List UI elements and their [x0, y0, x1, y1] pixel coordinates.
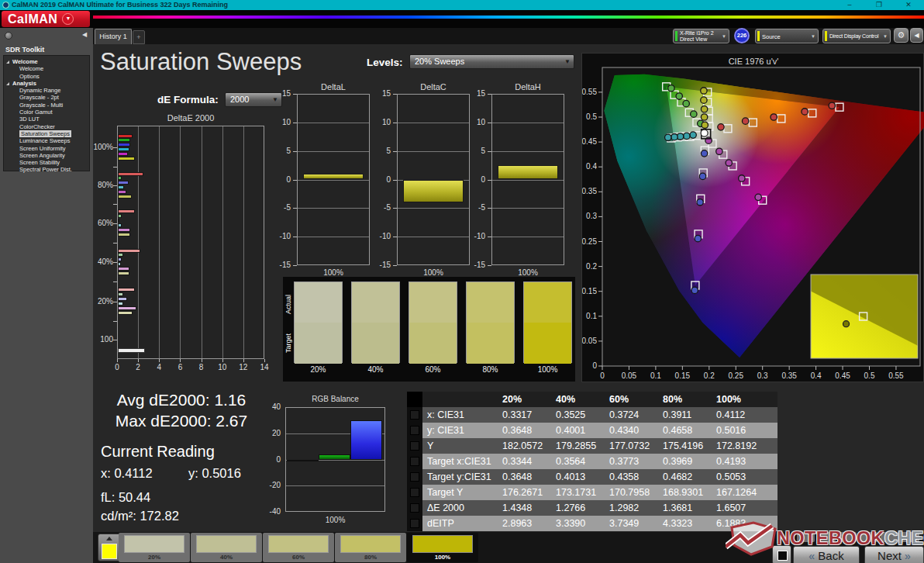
workflow-options-button[interactable] — [5, 32, 12, 40]
swatch-window-toggle-button[interactable] — [98, 534, 121, 561]
y-tick-label: -10 — [462, 232, 485, 240]
collapse-sidebar-icon[interactable]: ◀ — [82, 31, 87, 38]
svg-text:0.4: 0.4 — [586, 162, 597, 171]
minimize-button[interactable]: – — [843, 0, 856, 10]
saturation-swatch-button[interactable]: 100% — [407, 533, 478, 562]
y-tick-label: 0 — [257, 455, 281, 464]
y-tick — [113, 185, 117, 186]
source-dropdown[interactable]: Source ▼ — [755, 29, 819, 43]
tree-item[interactable]: ColorChecker — [4, 123, 89, 130]
avg-de2000: Avg dE2000: 1.16 — [107, 391, 256, 409]
cell: 170.7958 — [609, 487, 650, 498]
y-tick — [393, 237, 397, 237]
stop-button[interactable] — [772, 545, 791, 563]
page-stub[interactable] — [902, 532, 919, 542]
bar — [118, 253, 123, 257]
bar — [118, 306, 136, 310]
levels-dropdown[interactable]: 20% Sweeps ▼ — [409, 54, 574, 69]
cell: 177.0732 — [609, 440, 650, 451]
swatch-fill — [268, 535, 329, 553]
saturation-swatch-button[interactable]: 40% — [191, 533, 262, 562]
sidebar: SDR Toolkit WelcomeWelcomeOptionsAnalysi… — [0, 44, 93, 563]
tree-group-header[interactable]: Analysis — [4, 80, 89, 87]
svg-text:0.45: 0.45 — [835, 371, 850, 380]
tree-item[interactable]: Luminance Sweeps — [4, 137, 89, 144]
strip-row-label: Target — [284, 323, 292, 362]
saturation-swatch-button[interactable]: 80% — [335, 533, 406, 562]
bar — [118, 292, 123, 296]
svg-text:0.1: 0.1 — [650, 371, 661, 380]
cell: 172.8192 — [716, 440, 757, 451]
tab-history-1[interactable]: History 1 — [95, 29, 132, 44]
svg-text:0.15: 0.15 — [675, 371, 691, 380]
y-tick — [293, 237, 297, 237]
source-label: Source — [762, 33, 781, 40]
page-stub[interactable] — [797, 532, 815, 542]
chevron-left-icon: « — [808, 550, 815, 562]
chevron-down-icon[interactable]: ▼ — [62, 13, 74, 25]
page-title: Saturation Sweeps — [100, 48, 302, 76]
close-button[interactable]: ✕ — [902, 0, 915, 10]
saturation-swatch-button[interactable]: 60% — [263, 533, 334, 562]
tree-item[interactable]: Screen Angularity — [4, 152, 89, 159]
x-tick-label: 0 — [109, 363, 125, 371]
page-stub[interactable] — [881, 532, 898, 542]
y-tick-label: 5 — [267, 147, 291, 155]
cell: 0.4358 — [609, 471, 639, 482]
reading-x: x: 0.4112 — [101, 466, 153, 481]
y-tick — [113, 340, 117, 340]
tree-item[interactable]: Options — [4, 73, 89, 80]
x-tick-label: 2 — [130, 363, 146, 371]
panel-toggle-button[interactable]: ◀ — [910, 28, 923, 43]
bar — [118, 219, 119, 223]
tree-item[interactable]: Welcome — [4, 65, 89, 72]
page-stub[interactable] — [860, 532, 877, 542]
table-row: ΔE 20001.43481.27661.29821.36811.6507 — [407, 500, 777, 516]
sidebar-header-band: ◀ — [0, 28, 93, 44]
tree-item[interactable]: Screen Uniformity — [4, 145, 89, 152]
tree-item[interactable]: 3D LUT — [4, 116, 89, 123]
mini-chart-title: DeltaL — [297, 82, 370, 92]
tree-group-header[interactable]: Welcome — [4, 58, 89, 65]
bar — [118, 152, 128, 156]
add-tab-button[interactable]: + — [133, 30, 145, 44]
row-indicator — [407, 500, 422, 516]
calman-menu-button[interactable]: CalMAN ▼ — [2, 11, 90, 27]
next-button[interactable]: Next » — [864, 546, 924, 563]
gridline — [298, 208, 369, 209]
settings-button[interactable]: ⚙ — [894, 28, 908, 43]
swatch-target — [467, 323, 514, 364]
tree-item[interactable]: Screen Stability — [4, 159, 89, 166]
y-tick-label: 15 — [462, 89, 485, 98]
measured-circle-yellow — [701, 97, 707, 103]
gridline — [180, 126, 181, 358]
row-label: dEITP — [427, 518, 454, 529]
cell: 0.4682 — [663, 471, 692, 482]
cell: 1.4348 — [502, 503, 532, 513]
bar — [287, 460, 319, 461]
y-tick-label: -5 — [267, 203, 291, 212]
tree-item[interactable]: Spectral Power Dist. — [4, 166, 89, 173]
measured-circle-magenta — [755, 194, 761, 200]
reading-cdm2: cd/m²: 172.82 — [101, 509, 179, 523]
tree-item[interactable]: Grayscale - Multi — [4, 102, 89, 109]
maximize-button[interactable]: ❐ — [873, 0, 885, 10]
tree-item[interactable]: Dynamic Range — [4, 87, 89, 94]
tree-item[interactable]: Grayscale - 2pt — [4, 94, 89, 101]
tree-item[interactable]: Color Gamut — [4, 109, 89, 116]
swatch-actual — [409, 282, 457, 323]
y-tick-label: 15 — [267, 89, 291, 98]
window-title: CalMAN 2019 CalMAN Ultimate for Business… — [12, 1, 228, 9]
table-row: Y182.0572179.2855177.0732175.4196172.819… — [407, 438, 777, 454]
display-control-dropdown[interactable]: Direct Display Control ▼ — [822, 29, 891, 43]
bar — [118, 134, 133, 138]
page-stub[interactable] — [818, 532, 836, 542]
tree-item[interactable]: Saturation Sweeps — [4, 130, 89, 137]
page-stub[interactable] — [839, 532, 857, 542]
meter-dropdown[interactable]: X-Rite i1Pro 2 Direct View ▼ — [673, 29, 729, 43]
saturation-swatch-button[interactable]: 20% — [119, 533, 190, 562]
back-button[interactable]: « Back — [793, 546, 860, 563]
svg-text:0.2: 0.2 — [586, 262, 597, 271]
measurement-count-badge[interactable]: 226 — [734, 28, 750, 43]
measured-circle-yellow — [701, 88, 707, 94]
